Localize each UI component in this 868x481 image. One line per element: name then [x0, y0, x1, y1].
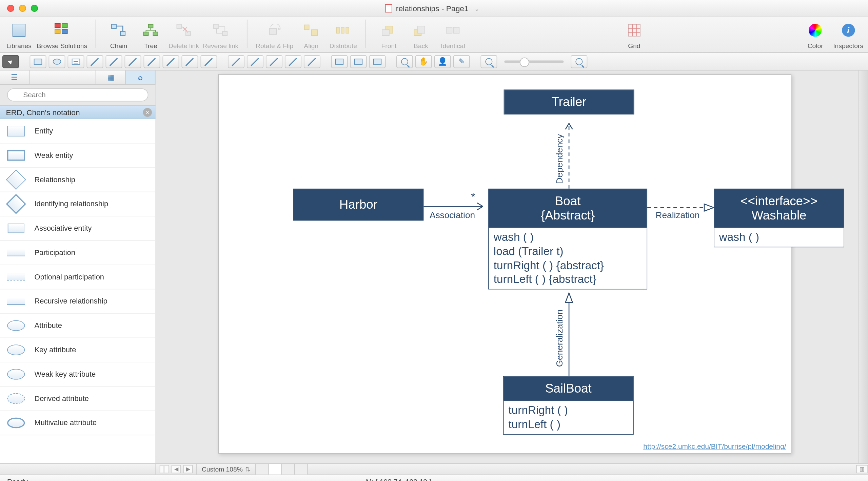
uml-trailer-name: Trailer	[504, 90, 633, 114]
rect-tool[interactable]	[29, 55, 46, 68]
chevron-down-icon: ⌄	[474, 5, 479, 12]
zoom-out-button[interactable]	[480, 55, 497, 68]
shape-label: Identifying relationship	[34, 200, 108, 208]
page-tab-active[interactable]	[269, 464, 282, 475]
page-tab[interactable]	[282, 464, 295, 475]
participation-icon	[7, 249, 25, 256]
back-button: Back	[407, 20, 435, 49]
svg-rect-2	[148, 24, 153, 28]
svg-rect-14	[346, 27, 349, 34]
line-tool-5[interactable]	[304, 55, 320, 68]
page-tab[interactable]	[295, 464, 308, 475]
back-label: Back	[414, 42, 428, 49]
connector-tool-1[interactable]	[86, 55, 103, 68]
vertical-scrollbar[interactable]	[859, 70, 868, 463]
pointer-tool[interactable]	[2, 55, 19, 68]
ellipse-tool[interactable]	[48, 55, 65, 68]
shape-label: Attribute	[34, 321, 62, 330]
sidebar-tab-search[interactable]: ⌕	[126, 70, 155, 84]
close-section-icon[interactable]: ×	[143, 108, 152, 117]
line-tool-2[interactable]	[247, 55, 263, 68]
connector-tool-5[interactable]	[162, 55, 179, 68]
line-icon	[289, 57, 297, 66]
text-icon	[72, 58, 80, 64]
misc-tool-3[interactable]	[369, 55, 386, 68]
canvas-scroll[interactable]: Trailer Harbor Boat {Abstract} wash ( )	[156, 70, 859, 463]
prev-page-button[interactable]: ◀	[172, 465, 181, 474]
sidebar-tab-tree[interactable]: ☰	[0, 70, 29, 84]
uml-method: turnLeft ( )	[509, 417, 628, 432]
shape-associative-entity[interactable]: Associative entity	[0, 216, 155, 241]
identical-label: Identical	[441, 42, 465, 49]
front-label: Front	[381, 42, 397, 49]
uml-sailboat[interactable]: SailBoat turnRight ( ) turnLeft ( )	[503, 376, 634, 434]
eyedropper-tool[interactable]: ✎	[453, 55, 470, 68]
window-title[interactable]: relationships - Page1 ⌄	[38, 4, 827, 13]
minimize-window-icon[interactable]	[19, 5, 26, 12]
shape-optional-participation[interactable]: Optional participation	[0, 265, 155, 290]
shape-identifying-relationship[interactable]: Identifying relationship	[0, 192, 155, 216]
next-page-button[interactable]: ▶	[183, 465, 193, 474]
person-tool[interactable]: 👤	[434, 55, 451, 68]
line-tool-3[interactable]	[266, 55, 282, 68]
shape-derived-attribute[interactable]: Derived attribute	[0, 387, 155, 411]
shape-participation[interactable]: Participation	[0, 241, 155, 265]
uml-boat[interactable]: Boat {Abstract} wash ( ) load (Trailer t…	[488, 189, 647, 290]
derived-attribute-icon	[7, 393, 25, 404]
misc-tool-1[interactable]	[331, 55, 348, 68]
canvas-page[interactable]: Trailer Harbor Boat {Abstract} wash ( )	[218, 74, 791, 454]
tree-button[interactable]: Tree	[136, 20, 165, 49]
zoom-display[interactable]: Custom 108%⇅	[196, 464, 256, 475]
grid-button[interactable]: Grid	[620, 20, 648, 49]
uml-washable-name: Washable	[717, 208, 841, 223]
shape-label: Optional participation	[34, 273, 104, 281]
shape-weak-entity[interactable]: Weak entity	[0, 144, 155, 168]
sidebar-tab-empty[interactable]	[29, 70, 96, 84]
chain-button[interactable]: Chain	[104, 20, 133, 49]
zoom-slider[interactable]	[504, 60, 564, 63]
shape-recursive-relationship[interactable]: Recursive relationship	[0, 289, 155, 314]
connector-tool-6[interactable]	[181, 55, 198, 68]
page-resize-handle[interactable]: ║	[160, 465, 169, 474]
inspectors-button[interactable]: i Inspectors	[833, 20, 863, 49]
connector-tool-3[interactable]	[124, 55, 141, 68]
shape-key-attribute[interactable]: Key attribute	[0, 338, 155, 362]
connector-tool-7[interactable]	[200, 55, 217, 68]
page-tab[interactable]	[256, 464, 269, 475]
view-mode-toggle[interactable]: ▥	[856, 465, 868, 474]
uml-washable[interactable]: <<interface>> Washable wash ( )	[714, 189, 844, 247]
info-icon: i	[842, 24, 854, 37]
shape-attribute[interactable]: Attribute	[0, 314, 155, 338]
shape-relationship[interactable]: Relationship	[0, 168, 155, 192]
uml-trailer[interactable]: Trailer	[504, 89, 634, 114]
reverse-link-label: Reverse link	[202, 42, 238, 49]
sidebar-tab-grid[interactable]: ▦	[96, 70, 125, 84]
close-window-icon[interactable]	[7, 5, 14, 12]
section-header[interactable]: ERD, Chen's notation ×	[0, 105, 155, 119]
libraries-button[interactable]: Libraries	[5, 20, 33, 49]
color-button[interactable]: Color	[801, 20, 830, 49]
page-bar: ║ ◀ ▶ Custom 108%⇅ ▥	[0, 463, 868, 474]
search-input[interactable]	[7, 88, 148, 102]
uml-harbor[interactable]: Harbor	[293, 189, 423, 221]
page-nav: ║ ◀ ▶	[156, 465, 196, 474]
recursive-relationship-icon	[7, 298, 25, 305]
shape-weak-key-attribute[interactable]: Weak key attribute	[0, 362, 155, 387]
connector-tool-2[interactable]	[105, 55, 122, 68]
zoom-out-icon	[485, 58, 492, 65]
line-tool-4[interactable]	[285, 55, 301, 68]
misc-tool-2[interactable]	[350, 55, 367, 68]
shape-multivalue-attribute[interactable]: Multivalue attribute	[0, 411, 155, 435]
zoom-tool[interactable]	[396, 55, 413, 68]
shape-entity[interactable]: Entity	[0, 119, 155, 144]
browse-solutions-button[interactable]: Browse Solutions	[37, 20, 87, 49]
zoom-in-button[interactable]	[571, 55, 587, 68]
connector-tool-4[interactable]	[143, 55, 160, 68]
hand-tool[interactable]: ✋	[415, 55, 432, 68]
diagram-source-url[interactable]: http://sce2.umkc.edu/BIT/burrise/pl/mode…	[643, 442, 786, 451]
text-tool[interactable]	[67, 55, 84, 68]
color-label: Color	[808, 42, 823, 49]
maximize-window-icon[interactable]	[31, 5, 38, 12]
uml-washable-head: <<interface>> Washable	[714, 189, 844, 227]
line-tool-1[interactable]	[228, 55, 244, 68]
